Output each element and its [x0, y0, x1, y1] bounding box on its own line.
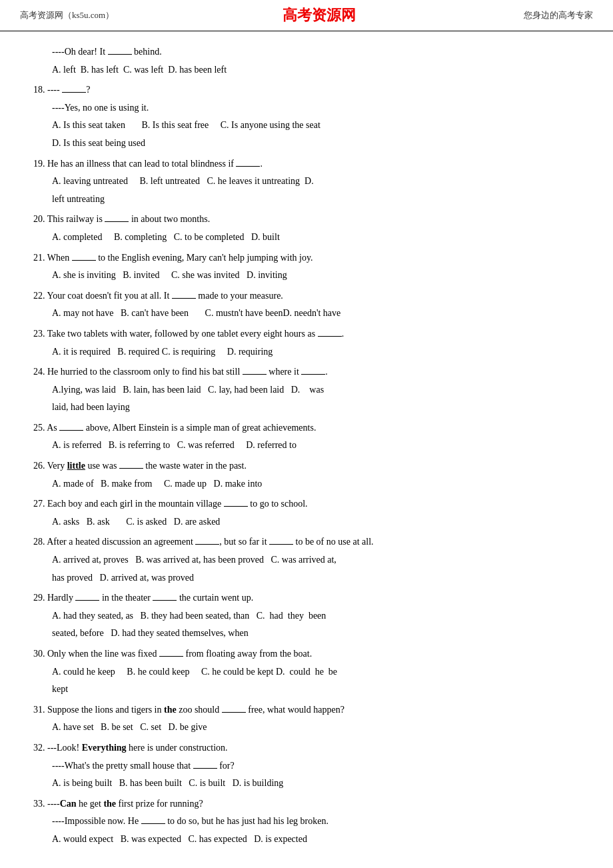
q28-options2: has proved D. arrived at, was proved [33, 569, 586, 587]
q33-sub: ----Impossible now. He to do so, but he … [33, 813, 586, 831]
q21-text: 21. When to the English evening, Mary ca… [33, 249, 586, 267]
q21-options: A. she is inviting B. invited C. she was… [33, 267, 586, 285]
q30-text: 30. Only when the line was fixed from fl… [33, 645, 586, 663]
q26-options: A. made of B. make from C. made up D. ma… [33, 475, 586, 493]
blank [108, 54, 132, 55]
blank-22 [172, 298, 196, 299]
blank-21 [72, 260, 96, 261]
q26-text: 26. Very little use was the waste water … [33, 457, 586, 475]
question-24: 24. He hurried to the classroom only to … [33, 363, 586, 417]
main-content: ----Oh dear! It behind. A. left B. has l… [0, 31, 613, 868]
q33-bold: Can [60, 799, 77, 809]
q18-text: 18. ---- ? [33, 81, 586, 99]
q28-options1: A. arrived at, proves B. was arrived at,… [33, 551, 586, 569]
question-23: 23. Take two tablets with water, followe… [33, 325, 586, 361]
q22-text: 22. Your coat doesn't fit you at all. It… [33, 287, 586, 305]
question-33: 33. ----Can he get the first prize for r… [33, 795, 586, 849]
blank-25 [59, 430, 83, 431]
blank-28a [195, 544, 219, 545]
question-21: 21. When to the English evening, Mary ca… [33, 249, 586, 285]
q18-options2: D. Is this seat being used [33, 135, 586, 153]
q18-sub: ----Yes, no one is using it. [33, 99, 586, 117]
question-19: 19. He has an illness that can lead to t… [33, 155, 586, 209]
question-26: 26. Very little use was the waste water … [33, 457, 586, 493]
q20-text: 20. This railway is in about two months. [33, 211, 586, 229]
blank-30 [159, 656, 183, 657]
question-27: 27. Each boy and each girl in the mounta… [33, 495, 586, 531]
q24-options1: A.lying, was laid B. lain, has been laid… [33, 381, 586, 399]
q23-text: 23. Take two tablets with water, followe… [33, 325, 586, 343]
q33-options: A. would expect B. was expected C. has e… [33, 831, 586, 849]
blank-23 [318, 336, 342, 337]
q29-text: 29. Hardly in the theater the curtain we… [33, 589, 586, 607]
q30-options2: kept [33, 681, 586, 699]
blank-29b [153, 600, 177, 601]
blank-28b [269, 544, 293, 545]
q22-options: A. may not have B. can't have been C. mu… [33, 305, 586, 323]
question-intro: ----Oh dear! It behind. A. left B. has l… [33, 43, 586, 79]
q25-options: A. is referred B. is referring to C. was… [33, 437, 586, 455]
q29-options1: A. had they seated, as B. they had been … [33, 607, 586, 625]
question-intro-text: ----Oh dear! It behind. [33, 43, 586, 61]
page-header: 高考资源网（ks5u.com） 高考资源网 您身边的高考专家 [0, 0, 613, 31]
blank-19 [236, 166, 260, 167]
blank-27 [224, 506, 248, 507]
blank-26 [119, 468, 143, 469]
q31-text: 31. Suppose the lions and tigers in the … [33, 701, 586, 719]
q31-bold: the [164, 705, 177, 715]
question-18: 18. ---- ? ----Yes, no one is using it. … [33, 81, 586, 152]
blank-20 [105, 221, 129, 222]
q32-text: 32. ---Look! Everything here is under co… [33, 739, 586, 757]
q32-options: A. is being built B. has been built C. i… [33, 775, 586, 793]
q24-options2: laid, had been laying [33, 399, 586, 417]
question-29: 29. Hardly in the theater the curtain we… [33, 589, 586, 643]
blank-31 [222, 712, 246, 713]
q19-options2: left untreating [33, 191, 586, 209]
question-30: 30. Only when the line was fixed from fl… [33, 645, 586, 699]
blank-24b [301, 374, 325, 375]
q27-options: A. asks B. ask C. is asked D. are asked [33, 513, 586, 531]
page: 高考资源网（ks5u.com） 高考资源网 您身边的高考专家 ----Oh de… [0, 0, 613, 868]
q26-bold: little [67, 461, 85, 471]
question-31: 31. Suppose the lions and tigers in the … [33, 701, 586, 737]
q29-options2: seated, before D. had they seated themse… [33, 625, 586, 643]
blank-29a [75, 600, 99, 601]
q32-bold: Everything [82, 743, 127, 753]
q33-text: 33. ----Can he get the first prize for r… [33, 795, 586, 813]
q24-text: 24. He hurried to the classroom only to … [33, 363, 586, 381]
q18-options1: A. Is this seat taken B. Is this seat fr… [33, 117, 586, 135]
question-20: 20. This railway is in about two months.… [33, 211, 586, 246]
blank-33 [141, 823, 165, 824]
q33-bold2: the [103, 799, 116, 809]
q20-options: A. completed B. completing C. to be comp… [33, 229, 586, 247]
question-32: 32. ---Look! Everything here is under co… [33, 739, 586, 793]
header-center-logo: 高考资源网 [283, 5, 356, 25]
blank-32 [193, 768, 217, 769]
question-22: 22. Your coat doesn't fit you at all. It… [33, 287, 586, 323]
q30-options1: A. could he keep B. he could keep C. he … [33, 663, 586, 681]
q31-options: A. have set B. be set C. set D. be give [33, 719, 586, 737]
blank-18 [62, 92, 86, 93]
q25-text: 25. As above, Albert Einstein is a simpl… [33, 419, 586, 437]
q19-text: 19. He has an illness that can lead to t… [33, 155, 586, 173]
question-25: 25. As above, Albert Einstein is a simpl… [33, 419, 586, 455]
question-28: 28. After a heated discussion an agreeme… [33, 533, 586, 587]
header-left-text: 高考资源网（ks5u.com） [20, 9, 114, 21]
q28-text: 28. After a heated discussion an agreeme… [33, 533, 586, 551]
blank-24a [243, 374, 267, 375]
q32-sub: ----What's the pretty small house that f… [33, 757, 586, 775]
q27-text: 27. Each boy and each girl in the mounta… [33, 495, 586, 513]
q19-options1: A. leaving untreated B. left untreated C… [33, 173, 586, 191]
header-right-text: 您身边的高考专家 [524, 9, 593, 21]
q23-options: A. it is required B. required C. is requ… [33, 343, 586, 361]
question-intro-options: A. left B. has left C. was left D. has b… [33, 61, 586, 79]
